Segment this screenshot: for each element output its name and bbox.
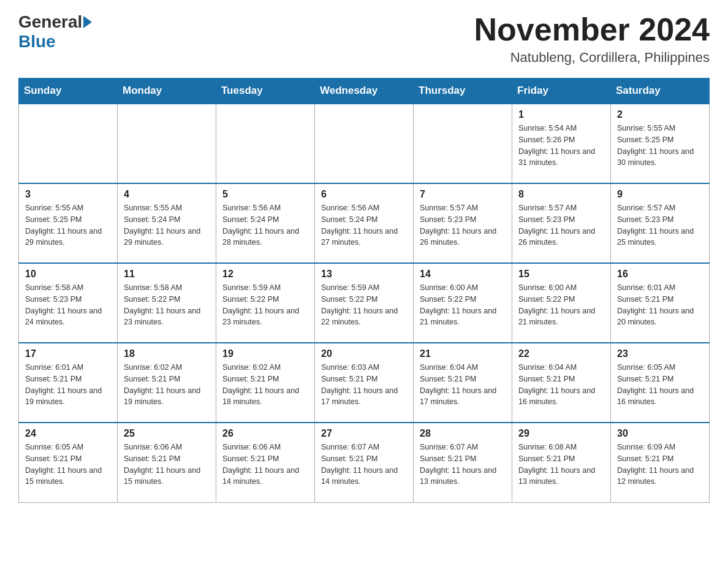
calendar-cell [414, 104, 512, 183]
calendar-cell: 30Sunrise: 6:09 AM Sunset: 5:21 PM Dayli… [611, 423, 710, 502]
day-number: 21 [420, 348, 506, 359]
calendar-cell: 26Sunrise: 6:06 AM Sunset: 5:21 PM Dayli… [216, 423, 315, 502]
calendar-cell [19, 104, 118, 183]
day-number: 16 [617, 269, 703, 280]
day-info: Sunrise: 6:07 AM Sunset: 5:21 PM Dayligh… [420, 442, 506, 488]
day-info: Sunrise: 6:01 AM Sunset: 5:21 PM Dayligh… [617, 282, 703, 328]
page-header: General Blue November 2024 Natubleng, Co… [18, 12, 710, 66]
day-info: Sunrise: 6:07 AM Sunset: 5:21 PM Dayligh… [321, 442, 407, 488]
calendar-header-row: SundayMondayTuesdayWednesdayThursdayFrid… [19, 79, 710, 104]
day-number: 25 [124, 428, 210, 439]
title-block: November 2024 Natubleng, Cordillera, Phi… [474, 12, 710, 66]
day-number: 18 [124, 348, 210, 359]
calendar-cell: 14Sunrise: 6:00 AM Sunset: 5:22 PM Dayli… [414, 263, 512, 343]
day-number: 8 [518, 189, 604, 200]
day-info: Sunrise: 5:59 AM Sunset: 5:22 PM Dayligh… [321, 282, 407, 328]
day-info: Sunrise: 5:55 AM Sunset: 5:25 PM Dayligh… [25, 202, 111, 248]
calendar-cell: 23Sunrise: 6:05 AM Sunset: 5:21 PM Dayli… [611, 343, 710, 423]
calendar-cell: 21Sunrise: 6:04 AM Sunset: 5:21 PM Dayli… [414, 343, 512, 423]
calendar-cell [216, 104, 315, 183]
day-info: Sunrise: 5:56 AM Sunset: 5:24 PM Dayligh… [222, 202, 308, 248]
day-number: 11 [124, 269, 210, 280]
column-header-friday: Friday [512, 79, 611, 104]
day-info: Sunrise: 6:01 AM Sunset: 5:21 PM Dayligh… [25, 362, 111, 408]
calendar-cell: 18Sunrise: 6:02 AM Sunset: 5:21 PM Dayli… [118, 343, 216, 423]
day-number: 12 [222, 269, 308, 280]
day-info: Sunrise: 5:59 AM Sunset: 5:22 PM Dayligh… [222, 282, 308, 328]
logo-general-text: General [18, 12, 82, 32]
calendar-cell [315, 104, 414, 183]
day-info: Sunrise: 5:56 AM Sunset: 5:24 PM Dayligh… [321, 202, 407, 248]
day-info: Sunrise: 5:54 AM Sunset: 5:26 PM Dayligh… [518, 123, 604, 169]
calendar-cell: 10Sunrise: 5:58 AM Sunset: 5:23 PM Dayli… [19, 263, 118, 343]
day-number: 9 [617, 189, 703, 200]
calendar-cell: 12Sunrise: 5:59 AM Sunset: 5:22 PM Dayli… [216, 263, 315, 343]
day-number: 3 [25, 189, 111, 200]
day-number: 10 [25, 269, 111, 280]
day-number: 15 [518, 269, 604, 280]
day-info: Sunrise: 6:05 AM Sunset: 5:21 PM Dayligh… [25, 442, 111, 488]
calendar-cell: 27Sunrise: 6:07 AM Sunset: 5:21 PM Dayli… [315, 423, 414, 502]
week-row-1: 1Sunrise: 5:54 AM Sunset: 5:26 PM Daylig… [19, 104, 710, 183]
day-number: 26 [222, 428, 308, 439]
calendar-table: SundayMondayTuesdayWednesdayThursdayFrid… [18, 78, 710, 503]
day-number: 28 [420, 428, 506, 439]
logo-arrow-icon [83, 16, 92, 28]
day-number: 2 [617, 109, 703, 120]
calendar-cell: 22Sunrise: 6:04 AM Sunset: 5:21 PM Dayli… [512, 343, 611, 423]
calendar-cell: 9Sunrise: 5:57 AM Sunset: 5:23 PM Daylig… [611, 183, 710, 263]
week-row-5: 24Sunrise: 6:05 AM Sunset: 5:21 PM Dayli… [19, 423, 710, 502]
calendar-cell: 3Sunrise: 5:55 AM Sunset: 5:25 PM Daylig… [19, 183, 118, 263]
column-header-wednesday: Wednesday [315, 79, 414, 104]
calendar-cell: 1Sunrise: 5:54 AM Sunset: 5:26 PM Daylig… [512, 104, 611, 183]
column-header-sunday: Sunday [19, 79, 118, 104]
calendar-cell: 29Sunrise: 6:08 AM Sunset: 5:21 PM Dayli… [512, 423, 611, 502]
day-info: Sunrise: 5:57 AM Sunset: 5:23 PM Dayligh… [420, 202, 506, 248]
calendar-cell: 20Sunrise: 6:03 AM Sunset: 5:21 PM Dayli… [315, 343, 414, 423]
day-info: Sunrise: 5:57 AM Sunset: 5:23 PM Dayligh… [617, 202, 703, 248]
location-subtitle: Natubleng, Cordillera, Philippines [474, 50, 710, 66]
week-row-2: 3Sunrise: 5:55 AM Sunset: 5:25 PM Daylig… [19, 183, 710, 263]
day-number: 30 [617, 428, 703, 439]
day-number: 22 [518, 348, 604, 359]
day-number: 13 [321, 269, 407, 280]
day-info: Sunrise: 5:58 AM Sunset: 5:22 PM Dayligh… [124, 282, 210, 328]
week-row-3: 10Sunrise: 5:58 AM Sunset: 5:23 PM Dayli… [19, 263, 710, 343]
calendar-cell: 8Sunrise: 5:57 AM Sunset: 5:23 PM Daylig… [512, 183, 611, 263]
calendar-cell: 7Sunrise: 5:57 AM Sunset: 5:23 PM Daylig… [414, 183, 512, 263]
calendar-cell: 4Sunrise: 5:55 AM Sunset: 5:24 PM Daylig… [118, 183, 216, 263]
day-number: 24 [25, 428, 111, 439]
column-header-thursday: Thursday [414, 79, 512, 104]
column-header-tuesday: Tuesday [216, 79, 315, 104]
day-info: Sunrise: 5:55 AM Sunset: 5:24 PM Dayligh… [124, 202, 210, 248]
calendar-cell: 6Sunrise: 5:56 AM Sunset: 5:24 PM Daylig… [315, 183, 414, 263]
calendar-cell: 15Sunrise: 6:00 AM Sunset: 5:22 PM Dayli… [512, 263, 611, 343]
day-info: Sunrise: 6:06 AM Sunset: 5:21 PM Dayligh… [222, 442, 308, 488]
logo-blue-text: Blue [18, 32, 56, 51]
day-info: Sunrise: 6:02 AM Sunset: 5:21 PM Dayligh… [222, 362, 308, 408]
logo: General Blue [18, 12, 93, 52]
day-info: Sunrise: 6:03 AM Sunset: 5:21 PM Dayligh… [321, 362, 407, 408]
day-number: 23 [617, 348, 703, 359]
day-number: 27 [321, 428, 407, 439]
calendar-cell: 25Sunrise: 6:06 AM Sunset: 5:21 PM Dayli… [118, 423, 216, 502]
calendar-cell: 2Sunrise: 5:55 AM Sunset: 5:25 PM Daylig… [611, 104, 710, 183]
day-info: Sunrise: 6:00 AM Sunset: 5:22 PM Dayligh… [420, 282, 506, 328]
day-number: 17 [25, 348, 111, 359]
day-number: 7 [420, 189, 506, 200]
calendar-cell: 24Sunrise: 6:05 AM Sunset: 5:21 PM Dayli… [19, 423, 118, 502]
day-info: Sunrise: 5:58 AM Sunset: 5:23 PM Dayligh… [25, 282, 111, 328]
day-info: Sunrise: 5:55 AM Sunset: 5:25 PM Dayligh… [617, 123, 703, 169]
week-row-4: 17Sunrise: 6:01 AM Sunset: 5:21 PM Dayli… [19, 343, 710, 423]
calendar-cell [118, 104, 216, 183]
day-number: 29 [518, 428, 604, 439]
day-number: 5 [222, 189, 308, 200]
column-header-saturday: Saturday [611, 79, 710, 104]
day-info: Sunrise: 5:57 AM Sunset: 5:23 PM Dayligh… [518, 202, 604, 248]
calendar-cell: 17Sunrise: 6:01 AM Sunset: 5:21 PM Dayli… [19, 343, 118, 423]
day-info: Sunrise: 6:04 AM Sunset: 5:21 PM Dayligh… [518, 362, 604, 408]
calendar-cell: 28Sunrise: 6:07 AM Sunset: 5:21 PM Dayli… [414, 423, 512, 502]
month-title: November 2024 [474, 12, 710, 47]
day-info: Sunrise: 6:02 AM Sunset: 5:21 PM Dayligh… [124, 362, 210, 408]
day-number: 19 [222, 348, 308, 359]
